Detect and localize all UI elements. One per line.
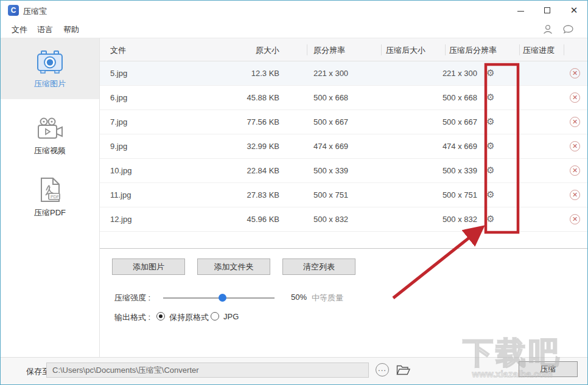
open-folder-icon[interactable] xyxy=(396,364,410,378)
table-row[interactable]: 6.jpg 45.88 KB 500 x 668 500 x 668 ⚙ ✕ xyxy=(100,86,588,110)
file-name: 11.jpg xyxy=(110,190,131,199)
maximize-button[interactable] xyxy=(534,1,561,20)
remove-row-icon[interactable]: ✕ xyxy=(570,117,580,127)
header-original-resolution: 原分辨率 xyxy=(313,45,345,56)
add-images-button[interactable]: 添加图片 xyxy=(112,258,185,275)
file-name: 7.jpg xyxy=(110,117,127,127)
menu-file[interactable]: 文件 xyxy=(12,24,27,35)
table-row[interactable]: 11.jpg 27.83 KB 500 x 751 500 x 751 ⚙ ✕ xyxy=(100,183,588,207)
sidebar-label-compress-pdf: 压缩PDF xyxy=(1,207,99,218)
sidebar-label-compress-video: 压缩视频 xyxy=(1,145,99,156)
row-settings-gear-icon[interactable]: ⚙ xyxy=(485,213,497,224)
original-size: 45.96 KB xyxy=(214,215,279,224)
compressed-resolution: 500 x 668 xyxy=(416,93,477,102)
remove-row-icon[interactable]: ✕ xyxy=(570,141,580,151)
compress-button[interactable]: 压缩 xyxy=(519,361,578,377)
radio-label-keep-original[interactable]: 保持原格式 xyxy=(169,312,209,323)
header-divider xyxy=(519,44,520,55)
row-settings-gear-icon[interactable]: ⚙ xyxy=(485,140,497,151)
row-settings-gear-icon[interactable]: ⚙ xyxy=(485,165,497,176)
compressed-resolution: 474 x 669 xyxy=(416,142,477,151)
menu-bar: 文件 语言 帮助 xyxy=(1,20,587,38)
sidebar-item-compress-pdf[interactable]: PDF 压缩PDF xyxy=(1,166,99,224)
table-header: 文件 原大小 原分辨率 压缩后大小 压缩后分辨率 压缩进度 xyxy=(100,38,588,61)
remove-row-icon[interactable]: ✕ xyxy=(570,92,580,103)
header-original-size: 原大小 xyxy=(214,45,279,56)
original-resolution: 474 x 669 xyxy=(313,142,348,151)
controls-divider xyxy=(100,248,588,249)
close-button[interactable]: ✕ xyxy=(561,1,587,20)
original-resolution: 500 x 339 xyxy=(313,166,348,175)
app-title: 压缩宝 xyxy=(23,6,47,17)
radio-keep-original-format[interactable] xyxy=(156,312,165,321)
row-settings-gear-icon[interactable]: ⚙ xyxy=(485,189,497,200)
header-compressed-resolution: 压缩后分辨率 xyxy=(449,45,497,56)
file-name: 6.jpg xyxy=(110,93,127,102)
minimize-button[interactable] xyxy=(507,1,534,20)
header-compressed-size: 压缩后大小 xyxy=(386,45,425,56)
compressed-resolution: 500 x 339 xyxy=(416,166,477,175)
strength-quality-label: 中等质量 xyxy=(312,293,343,303)
main-content: 文件 原大小 原分辨率 压缩后大小 压缩后分辨率 压缩进度 5.jpg 12.3… xyxy=(100,38,588,357)
original-resolution: 500 x 832 xyxy=(313,215,348,224)
menu-language[interactable]: 语言 xyxy=(37,24,53,35)
user-account-icon[interactable] xyxy=(542,24,553,36)
add-folder-button[interactable]: 添加文件夹 xyxy=(197,258,270,275)
original-resolution: 500 x 667 xyxy=(313,117,348,127)
browse-ellipsis-button[interactable]: ... xyxy=(376,363,389,376)
remove-row-icon[interactable]: ✕ xyxy=(570,214,580,224)
original-size: 45.88 KB xyxy=(214,93,279,102)
radio-label-jpg[interactable]: JPG xyxy=(223,312,239,321)
file-name: 10.jpg xyxy=(110,166,131,175)
table-row[interactable]: 5.jpg 12.3 KB 221 x 300 221 x 300 ⚙ ✕ xyxy=(100,61,588,86)
compressed-resolution: 221 x 300 xyxy=(416,69,477,78)
chat-feedback-icon[interactable] xyxy=(562,24,574,36)
compressed-resolution: 500 x 667 xyxy=(416,117,477,127)
original-size: 77.56 KB xyxy=(214,117,279,127)
strength-slider-handle[interactable] xyxy=(219,294,226,302)
table-row[interactable]: 7.jpg 77.56 KB 500 x 667 500 x 667 ⚙ ✕ xyxy=(100,110,588,134)
app-logo-icon: C xyxy=(8,5,19,16)
original-resolution: 500 x 668 xyxy=(313,93,348,102)
remove-row-icon[interactable]: ✕ xyxy=(570,165,580,176)
sidebar-label-compress-image: 压缩图片 xyxy=(1,78,99,89)
remove-row-icon[interactable]: ✕ xyxy=(570,68,580,78)
sidebar-item-compress-image[interactable]: 压缩图片 xyxy=(1,38,99,99)
camera-icon xyxy=(35,49,65,75)
table-row[interactable]: 9.jpg 32.99 KB 474 x 669 474 x 669 ⚙ ✕ xyxy=(100,134,588,159)
compressed-resolution: 500 x 832 xyxy=(416,215,477,224)
maximize-icon xyxy=(544,7,550,13)
table-row[interactable]: 10.jpg 22.84 KB 500 x 339 500 x 339 ⚙ ✕ xyxy=(100,159,588,183)
output-format-label: 输出格式 : xyxy=(114,312,150,323)
original-resolution: 500 x 751 xyxy=(313,190,348,199)
sidebar-item-compress-video[interactable]: 压缩视频 xyxy=(1,105,99,163)
save-path-input[interactable] xyxy=(46,362,369,378)
header-divider xyxy=(445,44,446,55)
video-camera-icon xyxy=(35,116,65,142)
row-settings-gear-icon[interactable]: ⚙ xyxy=(485,68,497,78)
remove-row-icon[interactable]: ✕ xyxy=(570,190,580,200)
header-divider xyxy=(381,44,382,55)
menu-help[interactable]: 帮助 xyxy=(63,24,79,35)
sidebar: 压缩图片 压缩视频 PDF 压缩PDF xyxy=(1,38,100,357)
header-file: 文件 xyxy=(110,45,126,56)
table-row[interactable]: 12.jpg 45.96 KB 500 x 832 500 x 832 ⚙ ✕ xyxy=(100,207,588,232)
close-icon: ✕ xyxy=(570,5,578,15)
row-settings-gear-icon[interactable]: ⚙ xyxy=(485,92,497,103)
original-size: 22.84 KB xyxy=(214,166,279,175)
bottom-bar: 保存至 : ... 压缩 xyxy=(1,357,588,385)
file-name: 9.jpg xyxy=(110,142,127,151)
clear-list-button[interactable]: 清空列表 xyxy=(282,258,355,275)
row-settings-gear-icon[interactable]: ⚙ xyxy=(485,116,497,127)
title-bar: C 压缩宝 ✕ xyxy=(1,1,587,20)
compressed-resolution: 500 x 751 xyxy=(416,190,477,199)
file-name: 5.jpg xyxy=(110,69,127,78)
radio-jpg-format[interactable] xyxy=(211,312,219,321)
original-resolution: 221 x 300 xyxy=(313,69,348,78)
original-size: 32.99 KB xyxy=(214,142,279,151)
app-window: C 压缩宝 ✕ 文件 语言 帮助 xyxy=(0,0,588,385)
header-progress: 压缩进度 xyxy=(523,45,555,56)
minimize-icon xyxy=(517,11,524,12)
header-divider xyxy=(564,44,564,55)
radio-selected-dot xyxy=(159,314,163,318)
